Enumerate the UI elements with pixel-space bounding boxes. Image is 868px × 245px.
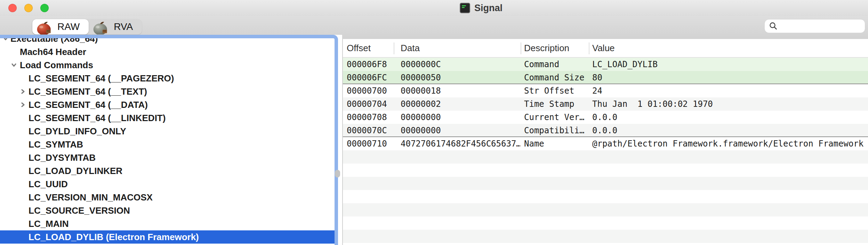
traffic-light-minimize[interactable]	[24, 4, 33, 12]
sidebar-scrollbar-thumb[interactable]	[335, 170, 340, 177]
table-row-empty	[343, 190, 868, 203]
search-field	[764, 19, 865, 33]
window-title: Signal	[474, 3, 503, 14]
description-cell: Name	[524, 137, 590, 150]
column-divider[interactable]	[394, 42, 394, 54]
detail-table: OffsetDataDescriptionValue 000006F800000…	[343, 39, 868, 245]
sidebar-item-label: LC_SYMTAB	[0, 139, 83, 150]
sidebar-item-lc-segment-64-data[interactable]: LC_SEGMENT_64 (__DATA)	[0, 98, 335, 111]
offset-cell: 00000704	[347, 97, 393, 111]
table-row-empty	[343, 203, 868, 216]
sidebar-item-label: LC_UUID	[0, 179, 68, 190]
value-cell: 0.0.0	[592, 111, 867, 124]
sidebar-item-label: LC_SEGMENT_64 (__LINKEDIT)	[0, 113, 166, 124]
sidebar-item-label: LC_LOAD_DYLINKER	[0, 166, 122, 176]
sidebar-item-lc-segment-64-text[interactable]: LC_SEGMENT_64 (__TEXT)	[0, 85, 335, 98]
sidebar-item-load-commands[interactable]: Load Commands	[0, 58, 335, 72]
sidebar-item-lc-segment-64-pagezero[interactable]: LC_SEGMENT_64 (__PAGEZERO)	[0, 72, 335, 85]
table-row-offset-0000070C[interactable]: 0000070C00000000Compatibili…0.0.0	[343, 124, 868, 137]
apple-icon-gray	[91, 19, 110, 34]
sidebar-item-mach64-header[interactable]: Mach64 Header	[0, 45, 335, 58]
sidebar-item-label: LC_SEGMENT_64 (__PAGEZERO)	[0, 73, 174, 84]
sidebar-item-label: LC_SOURCE_VERSION	[0, 205, 130, 216]
description-cell: Command Size	[524, 71, 590, 84]
table-row-empty	[343, 177, 868, 190]
apple-icon: .stem{fill:#5a3b22}.trap{fill:#8a5a33}.t…	[34, 19, 54, 34]
document-proxy-icon	[460, 3, 470, 13]
sidebar-item-lc-version-min-macosx[interactable]: LC_VERSION_MIN_MACOSX	[0, 191, 335, 204]
search-input[interactable]	[778, 21, 865, 32]
value-cell: Thu Jan 1 01:00:02 1970	[592, 97, 867, 111]
value-cell: @rpath/Electron Framework.framework/Elec…	[592, 137, 867, 150]
segment-rva-button[interactable]: RVA	[89, 19, 142, 34]
table-row-empty	[343, 164, 868, 177]
data-cell: 00000000	[401, 111, 520, 124]
offset-cell: 0000070C	[347, 124, 393, 137]
chevron-down-icon[interactable]	[2, 35, 9, 42]
offset-cell: 00000708	[347, 111, 393, 124]
table-row-empty	[343, 150, 868, 164]
sidebar-item-label: LC_VERSION_MIN_MACOSX	[0, 192, 153, 203]
sidebar-item-label: LC_DYSYMTAB	[0, 152, 96, 163]
description-cell: Current Ver…	[524, 111, 590, 124]
sidebar-item-lc-main[interactable]: LC_MAIN	[0, 217, 335, 230]
chevron-down-icon[interactable]	[10, 62, 17, 69]
table-row-offset-00000708[interactable]: 0000070800000000Current Ver…0.0.0	[343, 111, 868, 124]
offset-cell: 000006FC	[347, 71, 393, 84]
column-header-value[interactable]: Value	[592, 39, 615, 57]
sidebar-item-label: Executable (X86_64)	[0, 35, 98, 44]
data-cell: 0000000C	[401, 58, 520, 71]
sidebar-item-lc-uuid[interactable]: LC_UUID	[0, 177, 335, 191]
value-cell: 80	[592, 71, 867, 84]
sidebar-item-lc-dyld-info-only[interactable]: LC_DYLD_INFO_ONLY	[0, 125, 335, 138]
sidebar-item-label: Mach64 Header	[0, 47, 86, 57]
raw-rva-segmented-control: .stem{fill:#5a3b22}.trap{fill:#8a5a33}.t…	[32, 19, 142, 34]
sidebar-item-lc-symtab[interactable]: LC_SYMTAB	[0, 138, 335, 151]
chevron-right-icon[interactable]	[19, 101, 26, 108]
traffic-light-close[interactable]	[8, 4, 17, 12]
data-cell: 00000002	[401, 97, 520, 111]
description-cell: Command	[524, 58, 590, 71]
column-divider[interactable]	[589, 42, 589, 54]
column-header-offset[interactable]: Offset	[347, 39, 371, 57]
title-bar: Signal	[0, 0, 868, 16]
data-cell: 00000000	[401, 124, 520, 137]
table-row-offset-00000710[interactable]: 000007104072706174682F456C65637…Name@rpa…	[343, 137, 868, 150]
data-cell: 00000050	[401, 71, 520, 84]
sidebar-item-lc-segment-64-linkedit[interactable]: LC_SEGMENT_64 (__LINKEDIT)	[0, 111, 335, 125]
offset-cell: 00000710	[347, 137, 393, 150]
segment-raw-label: RAW	[57, 21, 80, 32]
sidebar-item-label: LC_MAIN	[0, 219, 69, 229]
table-row-offset-000006F8[interactable]: 000006F80000000CCommandLC_LOAD_DYLIB	[343, 58, 868, 71]
search-icon	[769, 22, 778, 31]
segment-raw-button[interactable]: .stem{fill:#5a3b22}.trap{fill:#8a5a33}.t…	[32, 19, 89, 34]
sidebar-item-executable-x86-64[interactable]: Executable (X86_64)	[0, 35, 335, 45]
split-view-divider[interactable]	[338, 35, 343, 245]
table-header: OffsetDataDescriptionValue	[343, 39, 868, 58]
value-cell: 24	[592, 84, 867, 97]
column-header-description[interactable]: Description	[524, 39, 569, 57]
sidebar-item-lc-load-dylib-electron-framework[interactable]: LC_LOAD_DYLIB (Electron Framework)	[0, 230, 338, 244]
value-cell: 0.0.0	[592, 124, 867, 137]
table-body: 000006F80000000CCommandLC_LOAD_DYLIB0000…	[343, 58, 868, 245]
column-divider[interactable]	[521, 42, 521, 54]
chevron-right-icon[interactable]	[19, 88, 26, 95]
traffic-light-zoom[interactable]	[40, 4, 49, 12]
table-row-empty	[343, 243, 868, 245]
table-row-offset-000006FC[interactable]: 000006FC00000050Command Size80	[343, 71, 868, 84]
offset-cell: 000006F8	[347, 58, 393, 71]
data-cell: 4072706174682F456C65637…	[401, 137, 520, 150]
column-header-data[interactable]: Data	[401, 39, 420, 57]
sidebar-item-lc-load-dylinker[interactable]: LC_LOAD_DYLINKER	[0, 164, 335, 177]
sidebar-item-lc-dysymtab[interactable]: LC_DYSYMTAB	[0, 151, 335, 164]
table-row-empty	[343, 230, 868, 243]
offset-cell: 00000700	[347, 84, 393, 97]
data-cell: 00000018	[401, 84, 520, 97]
table-row-offset-00000704[interactable]: 0000070400000002Time StampThu Jan 1 01:0…	[343, 97, 868, 111]
description-cell: Time Stamp	[524, 97, 590, 111]
table-row-offset-00000700[interactable]: 0000070000000018Str Offset24	[343, 84, 868, 97]
value-cell: LC_LOAD_DYLIB	[592, 58, 867, 71]
sidebar-item-lc-source-version[interactable]: LC_SOURCE_VERSION	[0, 204, 335, 217]
sidebar-item-label: LC_LOAD_DYLIB (Electron Framework)	[0, 232, 199, 243]
traffic-lights	[8, 4, 49, 12]
